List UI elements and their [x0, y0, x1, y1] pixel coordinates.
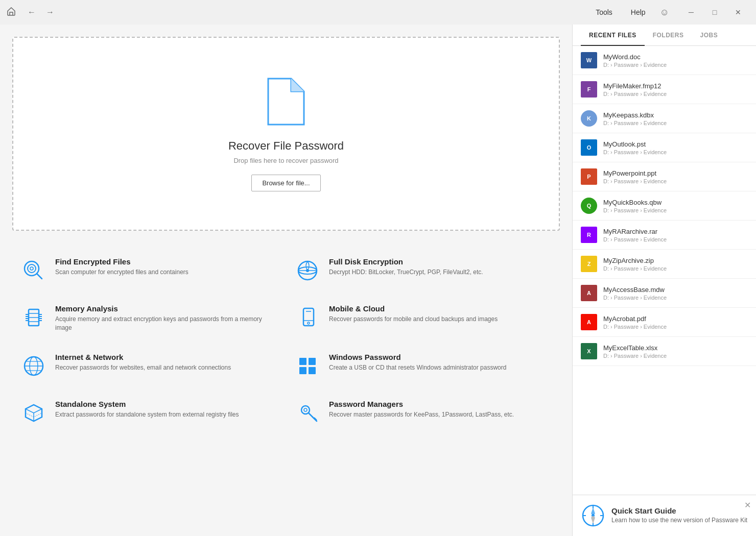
file-info: MyWord.doc D: › Passware › Evidence	[603, 53, 667, 68]
feature-find-encrypted[interactable]: Find Encrypted Files Scan computer for e…	[12, 247, 286, 294]
file-name: MyAcrobat.pdf	[603, 315, 667, 323]
list-item[interactable]: A MyAcrobat.pdf D: › Passware › Evidence	[573, 308, 756, 337]
content-area: Recover File Password Drop files here to…	[0, 25, 572, 536]
windows-password-text: Windows Password Create a USB or CD that…	[329, 353, 506, 372]
file-info: MyFileMaker.fmp12 D: › Passware › Eviden…	[603, 82, 667, 97]
standalone-system-text: Standalone System Extract passwords for …	[55, 400, 239, 419]
file-info: MyQuickBooks.qbw D: › Passware › Evidenc…	[603, 199, 667, 213]
file-icon-container	[263, 76, 309, 129]
file-path: D: › Passware › Evidence	[603, 178, 667, 184]
maximize-button[interactable]: □	[703, 4, 726, 20]
close-button[interactable]: ✕	[726, 4, 750, 20]
quick-start-title: Quick Start Guide	[611, 506, 747, 515]
titlebar: ← → Tools Help ☺ ─ □ ✕	[0, 0, 756, 25]
back-button[interactable]: ←	[25, 6, 39, 19]
file-info: MyAccessBase.mdw D: › Passware › Evidenc…	[603, 286, 667, 301]
list-item[interactable]: K MyKeepass.kdbx D: › Passware › Evidenc…	[573, 104, 756, 133]
quick-start-close-button[interactable]: ✕	[744, 500, 751, 510]
file-info: MyOutlook.pst D: › Passware › Evidence	[603, 140, 667, 155]
file-name: MyAccessBase.mdw	[603, 286, 667, 294]
list-item[interactable]: Q MyQuickBooks.qbw D: › Passware › Evide…	[573, 191, 756, 221]
drop-title: Recover File Password	[228, 139, 344, 153]
file-name: MyOutlook.pst	[603, 140, 667, 148]
memory-analysis-text: Memory Analysis Acquire memory and extra…	[55, 304, 278, 332]
feature-mobile-cloud[interactable]: Mobile & Cloud Recover passwords for mob…	[286, 294, 560, 343]
svg-point-1	[28, 264, 36, 273]
file-path: D: › Passware › Evidence	[603, 207, 667, 213]
titlebar-right: Tools Help ☺ ─ □ ✕	[592, 4, 750, 20]
mobile-cloud-desc: Recover passwords for mobile and cloud b…	[329, 315, 498, 324]
svg-rect-31	[299, 367, 306, 374]
recent-files-list: W MyWord.doc D: › Passware › Evidence F …	[573, 46, 756, 495]
pdf-icon: A	[581, 314, 597, 330]
list-item[interactable]: X MyExcelTable.xlsx D: › Passware › Evid…	[573, 337, 756, 366]
home-icon[interactable]	[6, 6, 16, 19]
browse-button[interactable]: Browse for file...	[251, 175, 320, 191]
keepass-icon: K	[581, 110, 597, 127]
file-path: D: › Passware › Evidence	[603, 120, 667, 126]
find-encrypted-text: Find Encrypted Files Scan computer for e…	[55, 257, 188, 277]
full-disk-title: Full Disk Encryption	[329, 257, 483, 266]
list-item[interactable]: F MyFileMaker.fmp12 D: › Passware › Evid…	[573, 75, 756, 104]
file-path: D: › Passware › Evidence	[603, 295, 667, 301]
file-info: MyAcrobat.pdf D: › Passware › Evidence	[603, 315, 667, 330]
mobile-cloud-title: Mobile & Cloud	[329, 304, 498, 313]
feature-full-disk[interactable]: Full Disk Encryption Decrypt HDD: BitLoc…	[286, 247, 560, 294]
minimize-button[interactable]: ─	[679, 4, 703, 20]
password-managers-icon	[294, 400, 321, 426]
feature-grid: Find Encrypted Files Scan computer for e…	[12, 247, 560, 436]
file-info: MyZipArchive.zip D: › Passware › Evidenc…	[603, 257, 667, 272]
full-disk-desc: Decrypt HDD: BitLocker, TrueCrypt, PGP, …	[329, 268, 483, 277]
tools-menu[interactable]: Tools	[592, 6, 617, 18]
mobile-cloud-icon	[294, 304, 321, 331]
full-disk-icon	[294, 257, 321, 284]
list-item[interactable]: R MyRARarchive.rar D: › Passware › Evide…	[573, 221, 756, 250]
list-item[interactable]: A MyAccessBase.mdw D: › Passware › Evide…	[573, 279, 756, 308]
filemaker-icon: F	[581, 81, 597, 98]
feature-standalone-system[interactable]: Standalone System Extract passwords for …	[12, 389, 286, 436]
feature-password-managers[interactable]: Password Managers Recover master passwor…	[286, 389, 560, 436]
main-container: Recover File Password Drop files here to…	[0, 25, 756, 536]
list-item[interactable]: Z MyZipArchive.zip D: › Passware › Evide…	[573, 250, 756, 279]
file-info: MyRARarchive.rar D: › Passware › Evidenc…	[603, 228, 667, 242]
list-item[interactable]: P MyPowerpoint.ppt D: › Passware › Evide…	[573, 162, 756, 191]
tab-recent-files[interactable]: RECENT FILES	[581, 25, 645, 46]
file-path: D: › Passware › Evidence	[603, 62, 667, 68]
windows-password-title: Windows Password	[329, 353, 506, 361]
list-item[interactable]: O MyOutlook.pst D: › Passware › Evidence	[573, 133, 756, 162]
access-icon: A	[581, 285, 597, 301]
list-item[interactable]: W MyWord.doc D: › Passware › Evidence	[573, 46, 756, 75]
feature-memory-analysis[interactable]: Memory Analysis Acquire memory and extra…	[12, 294, 286, 343]
file-name: MyWord.doc	[603, 53, 667, 61]
ppt-icon: P	[581, 168, 597, 185]
feature-internet-network[interactable]: Internet & Network Recover passwords for…	[12, 343, 286, 389]
help-menu[interactable]: Help	[627, 6, 650, 18]
drop-zone[interactable]: Recover File Password Drop files here to…	[12, 37, 560, 231]
file-name: MyQuickBooks.qbw	[603, 199, 667, 206]
internet-network-text: Internet & Network Recover passwords for…	[55, 353, 231, 372]
word-icon: W	[581, 52, 597, 68]
windows-password-icon	[294, 353, 321, 379]
svg-rect-29	[299, 358, 306, 365]
tab-folders[interactable]: FOLDERS	[645, 25, 692, 46]
compass-icon	[581, 503, 605, 528]
tab-jobs[interactable]: JOBS	[692, 25, 726, 46]
memory-analysis-icon	[20, 304, 47, 331]
smiley-icon[interactable]: ☺	[660, 7, 669, 18]
find-encrypted-desc: Scan computer for encrypted files and co…	[55, 268, 188, 277]
svg-rect-30	[309, 358, 316, 365]
standalone-system-desc: Extract passwords for standalone system …	[55, 410, 239, 419]
file-name: MyZipArchive.zip	[603, 257, 667, 264]
quick-start-desc: Learn how to use the new version of Pass…	[611, 516, 747, 525]
forward-button[interactable]: →	[43, 6, 57, 19]
svg-line-3	[37, 274, 42, 279]
standalone-system-title: Standalone System	[55, 400, 239, 408]
mobile-cloud-text: Mobile & Cloud Recover passwords for mob…	[329, 304, 498, 324]
internet-network-desc: Recover passwords for websites, email an…	[55, 363, 231, 372]
file-path: D: › Passware › Evidence	[603, 265, 667, 272]
file-path: D: › Passware › Evidence	[603, 236, 667, 242]
svg-point-38	[304, 408, 307, 411]
feature-windows-password[interactable]: Windows Password Create a USB or CD that…	[286, 343, 560, 389]
excel-icon: X	[581, 343, 597, 359]
quick-start-guide[interactable]: Quick Start Guide Learn how to use the n…	[573, 495, 756, 536]
